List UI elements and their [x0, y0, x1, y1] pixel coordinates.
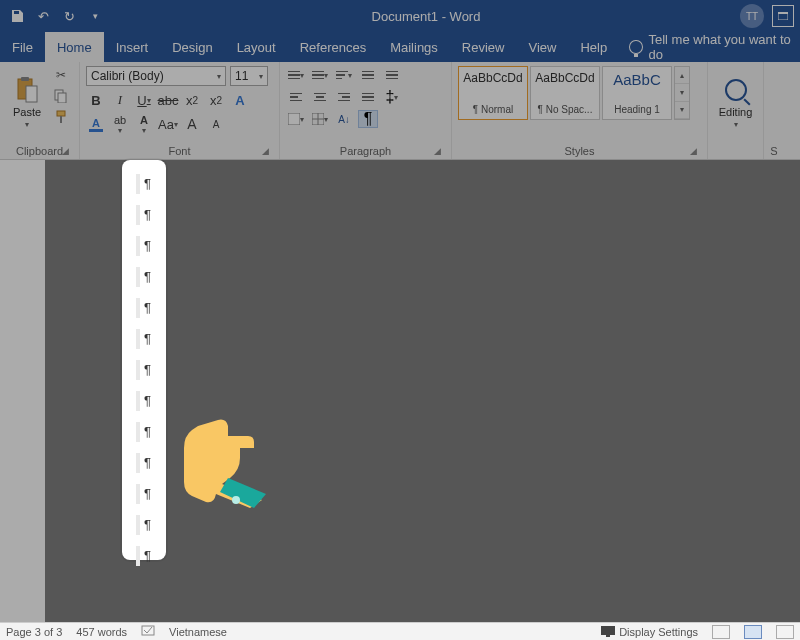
- word-count[interactable]: 457 words: [76, 626, 127, 638]
- styles-group-label: Styles: [565, 145, 595, 157]
- tab-design[interactable]: Design: [160, 32, 224, 62]
- chevron-down-icon: ▾: [259, 72, 263, 81]
- ribbon: Paste ▾ ✂ Clipboard◢ Calibri (Body): [0, 62, 800, 160]
- style-name: Heading 1: [614, 104, 660, 115]
- clipboard-group-label: Clipboard: [16, 145, 63, 157]
- multilevel-list-button[interactable]: ▾: [334, 66, 354, 84]
- styles-scroll[interactable]: ▴ ▾ ▾: [674, 66, 690, 120]
- display-settings-icon[interactable]: Display Settings: [601, 626, 698, 638]
- paste-icon: [13, 76, 41, 104]
- redo-icon[interactable]: ↻: [58, 5, 80, 27]
- tab-view[interactable]: View: [516, 32, 568, 62]
- styles-more-icon[interactable]: ▾: [675, 102, 689, 119]
- subscript-button[interactable]: x2: [182, 90, 202, 110]
- print-layout-button[interactable]: [744, 625, 762, 639]
- font-size-combo[interactable]: 11 ▾: [230, 66, 268, 86]
- language-indicator[interactable]: Vietnamese: [169, 626, 227, 638]
- styles-launcher-icon[interactable]: ◢: [687, 145, 699, 157]
- undo-icon[interactable]: ↶: [32, 5, 54, 27]
- change-case-button[interactable]: Aa▾: [158, 114, 178, 134]
- tab-file[interactable]: File: [0, 32, 45, 62]
- underline-button[interactable]: U▾: [134, 90, 154, 110]
- svg-rect-8: [60, 116, 62, 123]
- tab-references[interactable]: References: [288, 32, 378, 62]
- style-preview: AaBbCcDd: [535, 71, 594, 85]
- increase-indent-button[interactable]: [382, 66, 402, 84]
- italic-button[interactable]: I: [110, 90, 130, 110]
- shading-button[interactable]: ▾: [286, 110, 306, 128]
- strikethrough-button[interactable]: abc: [158, 90, 178, 110]
- read-mode-button[interactable]: [712, 625, 730, 639]
- show-hide-paragraph-button[interactable]: ¶: [358, 110, 378, 128]
- bold-button[interactable]: B: [86, 90, 106, 110]
- save-icon[interactable]: [6, 5, 28, 27]
- copy-icon[interactable]: [52, 87, 70, 105]
- svg-rect-15: [601, 626, 615, 635]
- truncated-label: S: [770, 145, 777, 157]
- document-title: Document1 - Word: [112, 9, 740, 24]
- svg-rect-1: [778, 12, 788, 14]
- tell-me-search[interactable]: Tell me what you want to do: [619, 32, 800, 62]
- shrink-font-button[interactable]: A: [206, 114, 226, 134]
- editing-button[interactable]: Editing ▾: [715, 66, 757, 138]
- document-area[interactable]: [0, 160, 800, 622]
- style-normal[interactable]: AaBbCcDd ¶ Normal: [458, 66, 528, 120]
- pointing-hand-icon: [170, 408, 275, 517]
- tab-help[interactable]: Help: [568, 32, 619, 62]
- align-right-button[interactable]: [334, 88, 354, 106]
- paragraph-mark: ¶: [122, 230, 166, 261]
- paragraph-mark: ¶: [122, 447, 166, 478]
- styles-gallery[interactable]: AaBbCcDd ¶ Normal AaBbCcDd ¶ No Spac... …: [458, 66, 690, 120]
- tab-insert[interactable]: Insert: [104, 32, 161, 62]
- align-center-button[interactable]: [310, 88, 330, 106]
- paragraph-mark: ¶: [122, 292, 166, 323]
- numbering-button[interactable]: ▾: [310, 66, 330, 84]
- scroll-up-icon[interactable]: ▴: [675, 67, 689, 84]
- proofing-icon[interactable]: [141, 625, 155, 639]
- paragraph-mark: ¶: [122, 509, 166, 540]
- user-avatar[interactable]: TT: [740, 4, 764, 28]
- font-color-button[interactable]: A▾: [134, 114, 154, 134]
- align-left-button[interactable]: [286, 88, 306, 106]
- tab-home[interactable]: Home: [45, 32, 104, 62]
- grow-font-button[interactable]: A: [182, 114, 202, 134]
- title-bar: ↶ ↻ ▾ Document1 - Word TT: [0, 0, 800, 32]
- font-launcher-icon[interactable]: ◢: [259, 145, 271, 157]
- tab-review[interactable]: Review: [450, 32, 517, 62]
- text-highlight-button[interactable]: A: [86, 114, 106, 134]
- group-editing: Editing ▾: [708, 62, 764, 159]
- svg-rect-3: [21, 77, 29, 81]
- superscript-button[interactable]: x2: [206, 90, 226, 110]
- font-name-combo[interactable]: Calibri (Body) ▾: [86, 66, 226, 86]
- paste-button[interactable]: Paste ▾: [6, 66, 48, 138]
- page-indicator[interactable]: Page 3 of 3: [6, 626, 62, 638]
- svg-point-13: [232, 496, 240, 504]
- style-no-spacing[interactable]: AaBbCcDd ¶ No Spac...: [530, 66, 600, 120]
- font-highlight-color-button[interactable]: ab▾: [110, 114, 130, 134]
- bullets-button[interactable]: ▾: [286, 66, 306, 84]
- tab-mailings[interactable]: Mailings: [378, 32, 450, 62]
- editing-label: Editing: [719, 106, 753, 118]
- text-effects-button[interactable]: A: [230, 90, 250, 110]
- style-heading-1[interactable]: AaBbC Heading 1: [602, 66, 672, 120]
- borders-button[interactable]: ▾: [310, 110, 330, 128]
- svg-rect-16: [606, 635, 610, 637]
- sort-button[interactable]: A↓: [334, 110, 354, 128]
- decrease-indent-button[interactable]: [358, 66, 378, 84]
- format-painter-icon[interactable]: [52, 108, 70, 126]
- scroll-down-icon[interactable]: ▾: [675, 84, 689, 101]
- svg-rect-4: [26, 86, 37, 102]
- chevron-down-icon: ▾: [217, 72, 221, 81]
- web-layout-button[interactable]: [776, 625, 794, 639]
- paste-label: Paste: [13, 106, 41, 118]
- chevron-down-icon: ▾: [25, 120, 29, 129]
- clipboard-launcher-icon[interactable]: ◢: [59, 145, 71, 157]
- tab-layout[interactable]: Layout: [225, 32, 288, 62]
- paragraph-launcher-icon[interactable]: ◢: [431, 145, 443, 157]
- line-spacing-button[interactable]: ‡▾: [382, 88, 402, 106]
- cut-icon[interactable]: ✂: [52, 66, 70, 84]
- qat-customize-icon[interactable]: ▾: [84, 5, 106, 27]
- justify-button[interactable]: [358, 88, 378, 106]
- ribbon-display-icon[interactable]: [772, 5, 794, 27]
- group-truncated: S: [764, 62, 784, 159]
